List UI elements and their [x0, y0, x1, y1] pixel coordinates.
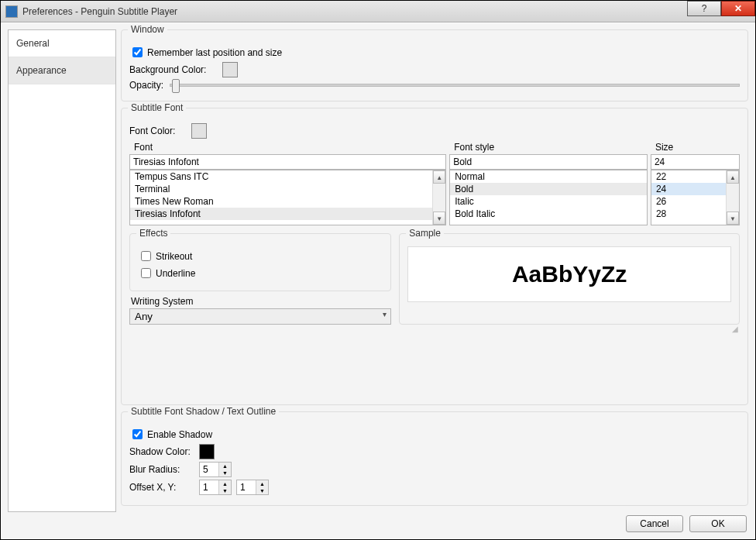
writing-system-select[interactable]: [129, 308, 391, 325]
shadowcolor-label: Shadow Color:: [129, 446, 199, 457]
spin-down-icon[interactable]: ▼: [256, 487, 268, 494]
opacity-label: Opacity:: [129, 80, 163, 91]
size-option[interactable]: 22: [651, 170, 726, 183]
sidebar-item-general[interactable]: General: [9, 30, 115, 57]
effects-group: Effects Strikeout Underline: [129, 233, 391, 291]
writing-system-label: Writing System: [131, 296, 391, 307]
help-button[interactable]: ?: [687, 1, 721, 16]
preferences-window: Preferences - Penguin Subtitle Player ? …: [0, 0, 756, 540]
spin-up-icon[interactable]: ▲: [256, 480, 268, 487]
blur-radius-input[interactable]: [200, 463, 218, 476]
sample-legend: Sample: [406, 228, 444, 239]
spin-down-icon[interactable]: ▼: [219, 469, 231, 476]
size-listbox[interactable]: 22 24 26 28 ▲ ▼: [651, 170, 740, 225]
style-option[interactable]: Bold: [450, 183, 647, 195]
spin-up-icon[interactable]: ▲: [219, 480, 231, 487]
fontcolor-label: Font Color:: [129, 126, 191, 136]
style-input[interactable]: [449, 154, 648, 170]
title-bar: Preferences - Penguin Subtitle Player ? …: [1, 1, 755, 22]
app-icon: [5, 5, 18, 18]
font-column-label: Font: [134, 142, 446, 153]
sidebar-item-appearance[interactable]: Appearance: [9, 57, 115, 84]
offset-label: Offset X, Y:: [129, 482, 199, 493]
bgcolor-label: Background Color:: [129, 64, 222, 75]
font-listbox[interactable]: Tempus Sans ITC Terminal Times New Roman…: [129, 170, 446, 225]
blur-radius-spinner[interactable]: ▲▼: [199, 462, 232, 477]
style-column-label: Font style: [454, 142, 648, 153]
font-input[interactable]: [129, 154, 446, 170]
size-option[interactable]: 28: [651, 208, 726, 220]
enable-shadow-label: Enable Shadow: [147, 429, 212, 440]
font-option[interactable]: Tiresias Infofont: [130, 208, 432, 220]
font-scrollbar[interactable]: ▲ ▼: [432, 170, 445, 225]
fontcolor-swatch[interactable]: [191, 123, 207, 139]
window-title: Preferences - Penguin Subtitle Player: [22, 6, 177, 17]
window-group-legend: Window: [128, 24, 167, 35]
style-listbox[interactable]: Normal Bold Italic Bold Italic: [449, 170, 648, 225]
strikeout-label: Strikeout: [156, 251, 192, 262]
size-option[interactable]: 26: [651, 195, 726, 208]
scroll-down-icon[interactable]: ▼: [727, 212, 739, 225]
underline-checkbox[interactable]: [141, 268, 151, 278]
shadow-legend: Subtitle Font Shadow / Text Outline: [128, 406, 279, 417]
style-option[interactable]: Bold Italic: [450, 208, 647, 220]
shadowcolor-swatch[interactable]: [199, 444, 215, 459]
dialog-button-row: Cancel OK: [8, 512, 748, 532]
font-option[interactable]: Times New Roman: [130, 195, 432, 208]
size-option[interactable]: 24: [651, 183, 726, 195]
scroll-up-icon[interactable]: ▲: [727, 170, 739, 184]
strikeout-checkbox[interactable]: [141, 251, 151, 261]
window-group: Window Remember last position and size B…: [121, 29, 748, 101]
offset-y-input[interactable]: [237, 480, 256, 494]
font-group-legend: Subtitle Font: [128, 102, 186, 113]
offset-x-spinner[interactable]: ▲▼: [199, 480, 232, 495]
category-sidebar: General Appearance: [8, 29, 116, 512]
sample-group: Sample AaBbYyZz: [399, 233, 740, 325]
enable-shadow-checkbox[interactable]: [132, 429, 143, 439]
scroll-down-icon[interactable]: ▼: [433, 212, 445, 225]
offset-x-input[interactable]: [200, 480, 218, 494]
scroll-up-icon[interactable]: ▲: [433, 170, 445, 184]
spin-up-icon[interactable]: ▲: [219, 463, 231, 469]
spin-down-icon[interactable]: ▼: [219, 487, 231, 494]
cancel-button[interactable]: Cancel: [626, 515, 683, 532]
resize-grip-icon[interactable]: ◢: [129, 325, 740, 333]
effects-legend: Effects: [136, 228, 170, 239]
font-option[interactable]: Tempus Sans ITC: [130, 170, 432, 183]
size-input[interactable]: [651, 154, 740, 170]
blur-radius-label: Blur Radius:: [129, 464, 199, 475]
remember-label: Remember last position and size: [147, 47, 282, 58]
opacity-thumb[interactable]: [172, 79, 180, 93]
offset-y-spinner[interactable]: ▲▼: [236, 480, 269, 495]
sample-preview: AaBbYyZz: [407, 246, 731, 302]
content-pane: Window Remember last position and size B…: [121, 29, 748, 512]
font-option[interactable]: Terminal: [130, 183, 432, 195]
style-option[interactable]: Italic: [450, 195, 647, 208]
remember-checkbox[interactable]: [132, 47, 143, 57]
window-controls: ? ✕: [687, 1, 755, 16]
opacity-slider[interactable]: [170, 84, 740, 87]
shadow-group: Subtitle Font Shadow / Text Outline Enab…: [121, 411, 748, 506]
close-button[interactable]: ✕: [721, 1, 755, 16]
size-scrollbar[interactable]: ▲ ▼: [726, 170, 739, 225]
underline-label: Underline: [156, 268, 195, 279]
ok-button[interactable]: OK: [689, 515, 747, 532]
client-area: General Appearance Window Remember last …: [1, 22, 755, 539]
style-option[interactable]: Normal: [450, 170, 647, 183]
subtitle-font-group: Subtitle Font Font Color: Font Font styl…: [121, 108, 748, 405]
size-column-label: Size: [655, 142, 740, 153]
bgcolor-swatch[interactable]: [222, 62, 238, 77]
